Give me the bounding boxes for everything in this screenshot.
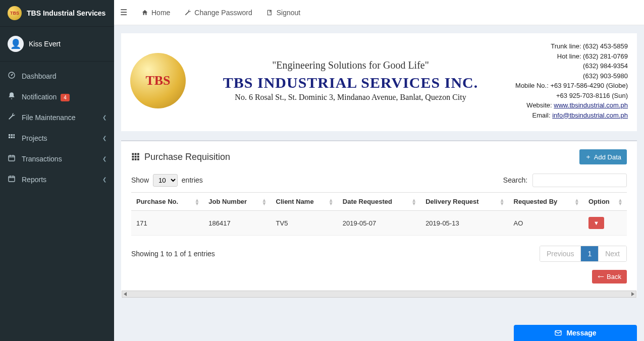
pagination-page-1[interactable]: 1 (580, 246, 598, 261)
horizontal-scrollbar[interactable] (122, 291, 636, 298)
mobile1: Mobile No.: +63 917-586-4290 (Globe) (515, 81, 628, 91)
col-requested-by[interactable]: Requested By▲▼ (509, 193, 583, 211)
sidebar-brand[interactable]: TBS TBS Industrial Services (0, 0, 114, 27)
pagination-next[interactable]: Next (598, 246, 626, 261)
back-button[interactable]: 🡐Back (592, 270, 627, 283)
calendar-icon (8, 175, 16, 184)
panel-title: Purchase Requisition (131, 152, 230, 162)
page-size-select[interactable]: 10 (153, 174, 178, 187)
sort-icon: ▲▼ (329, 198, 334, 205)
svg-rect-16 (137, 156, 139, 158)
app-title: TBS Industrial Services (27, 9, 105, 17)
home-link[interactable]: Home (141, 9, 170, 17)
sidebar-item-reports[interactable]: Reports ❮ (0, 169, 114, 190)
svg-rect-18 (135, 158, 137, 160)
sidebar-item-dashboard[interactable]: Dashboard (0, 66, 114, 86)
sidebar-menu: Dashboard Notification 4 File Maintenanc… (0, 62, 114, 194)
sidebar: TBS TBS Industrial Services 👤 Kiss Evert… (0, 0, 114, 341)
wrench-icon (184, 9, 191, 16)
calendar-icon (8, 154, 16, 163)
sidebar-item-label: Projects (22, 134, 96, 142)
svg-rect-6 (11, 137, 13, 138)
cell-option: ▼ (583, 211, 627, 236)
banner-contact: Trunk line: (632) 453-5859 Hot line: (63… (515, 41, 628, 120)
svg-rect-9 (9, 176, 15, 182)
mobile2: +63 925-703-8116 (Sun) (515, 91, 628, 101)
panel-header: Purchase Requisition ＋Add Data (121, 141, 637, 167)
company-name: TBS INDUSTRIAL SERVICES INC. (196, 74, 505, 91)
wrench-icon (8, 112, 16, 122)
chevron-left-icon: ❮ (102, 135, 106, 141)
svg-rect-4 (13, 134, 15, 136)
notification-badge: 4 (61, 94, 70, 101)
svg-rect-14 (132, 156, 134, 158)
sidebar-item-label: Reports (22, 176, 96, 184)
phone4: (632) 903-5980 (515, 71, 628, 81)
sort-icon: ▲▼ (574, 198, 579, 205)
caret-down-icon: ▼ (594, 220, 599, 226)
company-address: No. 6 Rosal St., St. Dominic 3, Mindanao… (196, 93, 505, 102)
data-table: Purchase No.▲▼ Job Number▲▼ Client Name▲… (131, 192, 627, 236)
svg-rect-7 (13, 137, 15, 138)
bell-icon (8, 92, 16, 101)
sidebar-item-label: File Maintenance (22, 113, 96, 122)
message-label: Message (566, 329, 596, 337)
cell-delivery-request: 2019-05-13 (420, 211, 508, 236)
svg-rect-3 (11, 134, 13, 136)
col-date-requested[interactable]: Date Requested▲▼ (338, 193, 420, 211)
cell-client-name: TV5 (271, 211, 338, 236)
svg-point-1 (11, 75, 13, 76)
email-link[interactable]: info@tbsindustrial.com.ph (552, 111, 628, 119)
sort-icon: ▲▼ (500, 198, 505, 205)
website-link[interactable]: www.tbsindustrial.com.ph (554, 101, 628, 109)
svg-rect-12 (135, 153, 137, 155)
search-input[interactable] (532, 174, 627, 187)
grid-icon (8, 133, 16, 143)
company-banner: TBS "Engineering Solutions for Good Life… (121, 33, 637, 131)
svg-rect-2 (9, 134, 10, 136)
col-job-number[interactable]: Job Number▲▼ (203, 193, 271, 211)
hot-line: Hot line: (632) 281-0769 (515, 51, 628, 62)
svg-rect-5 (9, 137, 10, 138)
signout-link[interactable]: Signout (266, 9, 300, 17)
chevron-left-icon: ❮ (102, 115, 106, 120)
menu-toggle-icon[interactable]: ☰ (120, 8, 127, 17)
sort-icon: ▲▼ (411, 198, 416, 205)
trunk-line: Trunk line: (632) 453-5859 (515, 41, 628, 51)
sort-icon: ▲▼ (262, 198, 267, 205)
sidebar-item-projects[interactable]: Projects ❮ (0, 128, 114, 148)
email-row: Email: info@tbsindustrial.com.ph (515, 110, 628, 121)
sidebar-item-file-maintenance[interactable]: File Maintenance ❮ (0, 107, 114, 128)
sort-icon: ▲▼ (194, 198, 199, 205)
sidebar-item-transactions[interactable]: Transactions ❮ (0, 148, 114, 169)
pagination: Previous 1 Next (540, 246, 627, 262)
table-row: 171 186417 TV5 2019-05-07 2019-05-13 AO … (131, 211, 627, 236)
change-password-link[interactable]: Change Password (184, 9, 252, 17)
plus-icon: ＋ (585, 152, 592, 161)
cell-purchase-no: 171 (131, 211, 203, 236)
topbar: ☰ Home Change Password Signout (114, 0, 644, 25)
sidebar-item-notification[interactable]: Notification 4 (0, 86, 114, 107)
cell-requested-by: AO (509, 211, 583, 236)
pagination-previous[interactable]: Previous (540, 246, 580, 261)
svg-rect-15 (135, 156, 137, 158)
signout-icon (266, 9, 274, 16)
home-icon (141, 9, 148, 16)
cell-job-number: 186417 (203, 211, 271, 236)
website-row: Website: www.tbsindustrial.com.ph (515, 100, 628, 110)
col-client-name[interactable]: Client Name▲▼ (271, 193, 338, 211)
table-header-row: Purchase No.▲▼ Job Number▲▼ Client Name▲… (131, 193, 627, 211)
message-bar[interactable]: Message (514, 325, 637, 341)
dashboard-icon (8, 71, 16, 81)
banner-center: "Engineering Solutions for Good Life" TB… (196, 60, 505, 102)
company-logo-icon: TBS (130, 53, 186, 108)
col-delivery-request[interactable]: Delivery Request▲▼ (420, 193, 508, 211)
col-purchase-no[interactable]: Purchase No.▲▼ (131, 193, 203, 211)
row-option-dropdown[interactable]: ▼ (588, 217, 604, 229)
add-data-button[interactable]: ＋Add Data (579, 149, 627, 164)
svg-rect-8 (9, 155, 15, 161)
sidebar-item-label: Notification 4 (22, 93, 106, 101)
user-panel[interactable]: 👤 Kiss Evert (0, 27, 114, 62)
envelope-icon (554, 329, 562, 337)
table-info: Showing 1 to 1 of 1 entries (131, 250, 215, 258)
